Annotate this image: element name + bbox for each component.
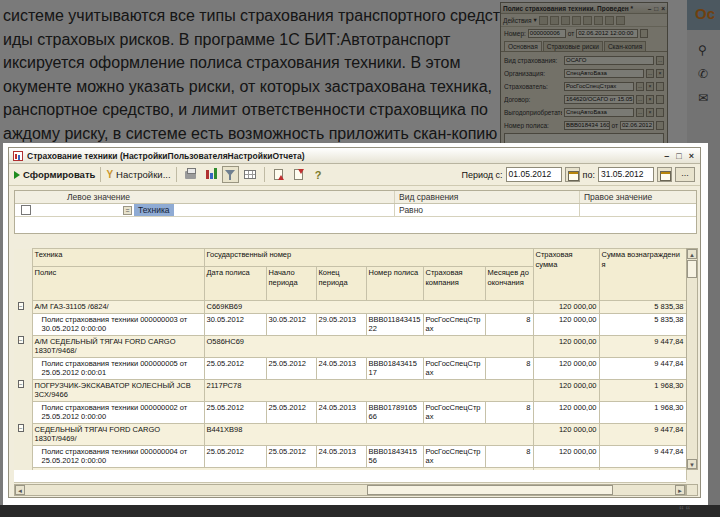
filter-comparison-value[interactable]: Равно	[395, 204, 580, 216]
filter-col-right: Правое значение	[580, 191, 696, 203]
col-fee: Сумма вознаграждения	[599, 249, 686, 301]
chart-icon	[206, 170, 209, 179]
report-window-titlebar[interactable]: Страхование техники (НастройкиПользовате…	[9, 148, 700, 164]
filter-button[interactable]	[222, 166, 239, 183]
run-icon	[14, 171, 20, 179]
col-company: Страховая компания	[423, 267, 485, 301]
table-row-detail[interactable]: Полис страхования техники 000000005 от 2…	[14, 357, 686, 379]
calendar-icon[interactable]	[657, 167, 672, 182]
filter-checkbox[interactable]	[21, 205, 31, 215]
element-icon: =	[123, 206, 132, 215]
expand-groups-icon	[274, 169, 283, 180]
period-from-input[interactable]: 01.05.2012	[506, 167, 562, 182]
chart-button[interactable]	[202, 166, 219, 183]
vertical-scrollbar[interactable]: ▲ ▼	[686, 248, 698, 470]
filter-left-value[interactable]: Техника	[134, 204, 174, 216]
col-equipment: Техника	[32, 249, 204, 267]
help-icon: ?	[315, 169, 322, 181]
table-row-group[interactable]: − СЕДЕЛЬНЫЙ ТЯГАЧ FORD CARGO 1830Т/9469/…	[14, 423, 686, 445]
close-icon[interactable]: ×	[689, 151, 694, 161]
report-table: Техника Государственный номер Страховая …	[14, 248, 687, 480]
col-policy-date: Дата полиса	[204, 267, 266, 301]
col-sum: Страховая сумма	[533, 249, 599, 301]
grid-button[interactable]	[242, 166, 259, 183]
help-button[interactable]: ?	[310, 166, 327, 183]
horizontal-scrollbar[interactable]: ◄ ►	[14, 484, 686, 496]
period-to-input[interactable]: 31.05.2012	[598, 167, 654, 182]
filter-row[interactable]: = Техника Равно	[15, 204, 696, 217]
lightbox: Страхование техники (НастройкиПользовате…	[3, 143, 708, 505]
report-icon	[13, 151, 23, 161]
print-button[interactable]	[182, 166, 199, 183]
collapse-groups-icon	[294, 169, 303, 180]
filter-header-row: Левое значение Вид сравнения Правое знач…	[15, 191, 696, 204]
period-from-label: Период с:	[462, 170, 503, 180]
scroll-up-icon[interactable]: ▲	[687, 249, 697, 259]
col-policy: Полис	[32, 267, 204, 301]
maximize-icon[interactable]: □	[676, 151, 681, 161]
filter-col-left: Левое значение	[15, 191, 395, 203]
horizontal-scroll-thumb[interactable]	[367, 485, 613, 495]
col-policy-number: Номер полиса	[366, 267, 423, 301]
calendar-icon[interactable]	[565, 167, 580, 182]
table-row-group[interactable]: − ПОГРУЗЧИК-ЭКСКАВАТОР КОЛЕСНЫЙ JCB 3CX/…	[14, 379, 686, 401]
col-period-end: Конец периода	[316, 267, 366, 301]
printer-icon	[185, 171, 196, 179]
collapse-icon[interactable]: −	[18, 336, 24, 344]
table-header-row: Техника Государственный номер Страховая …	[14, 249, 686, 267]
vertical-scroll-thumb[interactable]	[687, 260, 697, 278]
funnel-icon	[225, 170, 235, 180]
table-row-detail[interactable]: Полис страхования техники 000000003 от 3…	[14, 313, 686, 335]
scroll-left-icon[interactable]: ◄	[15, 485, 25, 495]
filter-right-value[interactable]	[580, 204, 696, 216]
col-months-left: Месяцев до окончания	[485, 267, 533, 301]
scrollbar-corner	[686, 484, 698, 496]
table-row-detail[interactable]: Полис страхования техники 000000002 от 2…	[14, 401, 686, 423]
report-window: Страхование техники (НастройкиПользовате…	[8, 147, 701, 498]
report-toolbar: Сформировать Y Настройки...	[9, 164, 700, 186]
settings-button[interactable]: Настройки...	[116, 169, 171, 180]
col-period-start: Начало периода	[266, 267, 316, 301]
table-empty-area	[14, 470, 686, 483]
generate-button[interactable]: Сформировать	[23, 169, 95, 180]
table-row-group[interactable]: − А/М СЕДЕЛЬНЫЙ ТЯГАЧ FORD CARGO 1830Т/9…	[14, 335, 686, 357]
expand-groups-button[interactable]	[270, 166, 287, 183]
col-gos-number: Государственный номер	[204, 249, 533, 267]
collapse-icon[interactable]: −	[18, 302, 24, 310]
collapse-icon[interactable]: −	[18, 380, 24, 388]
minimize-icon[interactable]: –	[664, 151, 669, 161]
table-icon	[244, 170, 256, 179]
screen: системе учитываются все типы страхования…	[0, 0, 720, 517]
report-window-title: Страхование техники (НастройкиПользовате…	[27, 151, 660, 161]
collapse-icon[interactable]: −	[18, 424, 24, 432]
wrench-icon: Y	[106, 169, 113, 180]
period-to-label: по:	[583, 170, 595, 180]
filter-grid: Левое значение Вид сравнения Правое знач…	[14, 190, 697, 234]
filter-col-comparison: Вид сравнения	[395, 191, 580, 203]
scroll-down-icon[interactable]: ▼	[687, 459, 697, 469]
scroll-right-icon[interactable]: ►	[675, 485, 685, 495]
period-more-button[interactable]: ...	[675, 167, 695, 182]
table-row-group[interactable]: − А/М ГАЗ-31105 /6824/ С669КВ69 120 000,…	[14, 301, 686, 314]
table-row-detail[interactable]: Полис страхования техники 000000004 от 2…	[14, 445, 686, 467]
collapse-groups-button[interactable]	[290, 166, 307, 183]
